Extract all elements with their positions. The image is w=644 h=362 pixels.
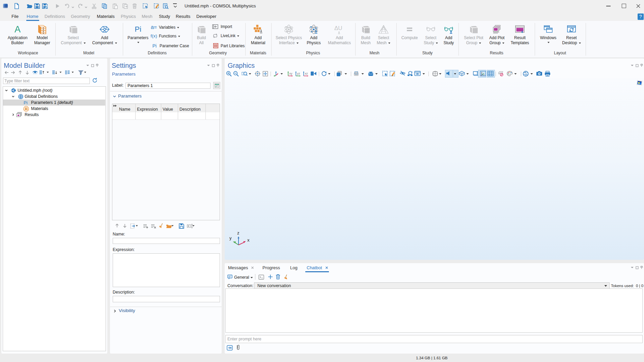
svg-text:xy: xy [289,72,293,75]
svg-text:z: z [237,230,240,235]
svg-text:x: x [247,238,250,243]
svg-text:yz: yz [297,72,301,75]
svg-text:xz: xz [305,72,308,75]
svg-text:ΔU: ΔU [334,25,342,31]
svg-text:y: y [229,235,232,241]
